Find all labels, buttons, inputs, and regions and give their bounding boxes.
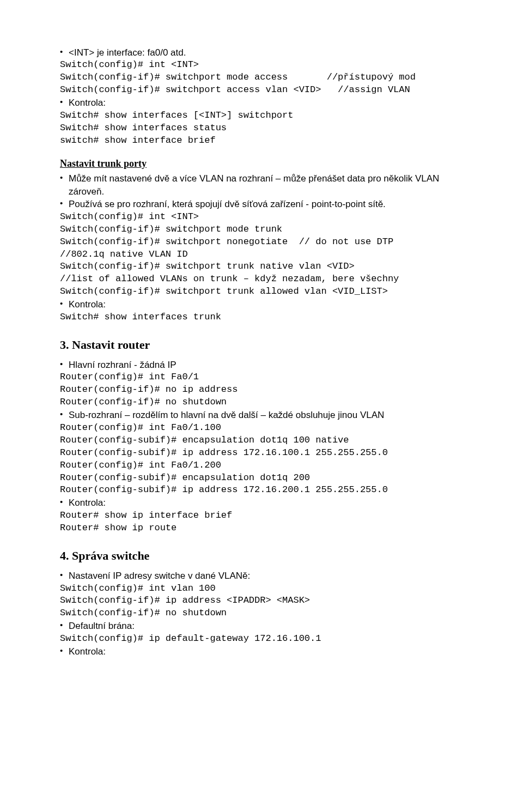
list-item: • Sub-rozhraní – rozdělím to hlavní na d… (60, 409, 471, 421)
heading-switch-management: 4. Správa switche (60, 548, 471, 564)
list-item: • Hlavní rozhraní - žádná IP (60, 359, 471, 371)
bullet-icon: • (60, 198, 69, 209)
bullet-text: Kontrola: (69, 96, 471, 109)
command-line: Switch(config)# ip default-gateway 172.1… (60, 633, 471, 645)
bullet-text: Hlavní rozhraní - žádná IP (69, 359, 471, 371)
list-item: • Kontrola: (60, 96, 471, 109)
command-line: Router(config-subif)# ip address 172.16.… (60, 447, 471, 459)
list-item: • Kontrola: (60, 298, 471, 311)
command-line: Switch(config-if)# switchport access vla… (60, 84, 471, 96)
command-line: Switch# show interfaces trunk (60, 311, 471, 324)
list-item: • Používá se pro rozhraní, která spojují… (60, 198, 471, 210)
bullet-icon: • (60, 569, 69, 581)
command-line: Switch(config-if)# switchport nonegotiat… (60, 236, 471, 249)
bullet-text: Sub-rozhraní – rozdělím to hlavní na dvě… (69, 409, 471, 421)
bullet-text: Kontrola: (69, 298, 471, 311)
command-line: Router(config)# int Fa0/1.200 (60, 459, 471, 472)
command-line: Router(config-subif)# encapsulation dot1… (60, 472, 471, 484)
command-line: Router(config-if)# no shutdown (60, 396, 471, 409)
list-item: • Nastavení IP adresy switche v dané VLA… (60, 569, 471, 582)
command-line: Router(config-subif)# encapsulation dot1… (60, 434, 471, 447)
list-item: • Kontrola: (60, 645, 471, 658)
bullet-icon: • (60, 409, 69, 420)
bullet-icon: • (60, 496, 69, 508)
command-line: Switch# show interfaces status (60, 122, 471, 135)
command-line: Switch(config-if)# switchport trunk nati… (60, 260, 471, 273)
command-line: Router(config)# int Fa0/1.100 (60, 422, 471, 434)
list-item: • Může mít nastavené dvě a více VLAN na … (60, 172, 471, 198)
bullet-icon: • (60, 620, 69, 631)
command-line: Router# show ip interface brief (60, 510, 471, 522)
command-line: Switch(config-if)# switchport trunk allo… (60, 286, 471, 298)
command-line: Router(config-subif)# ip address 172.16.… (60, 484, 471, 496)
bullet-text: Kontrola: (69, 645, 471, 658)
heading-trunk-ports: Nastavit trunk porty (60, 157, 471, 171)
command-line: Switch(config)# int <INT> (60, 211, 471, 223)
bullet-text: <INT> je interface: fa0/0 atd. (69, 46, 471, 59)
command-line: //list of allowed VLANs on trunk – když … (60, 273, 471, 286)
command-line: Switch(config-if)# no shutdown (60, 607, 471, 620)
list-item: • Kontrola: (60, 496, 471, 509)
bullet-text: Může mít nastavené dvě a více VLAN na ro… (69, 172, 471, 198)
command-line: Switch(config-if)# switchport mode trunk (60, 223, 471, 236)
bullet-icon: • (60, 359, 69, 370)
list-item: • Defaultní brána: (60, 620, 471, 632)
command-line: switch# show interface brief (60, 135, 471, 147)
command-line: Router# show ip route (60, 522, 471, 535)
bullet-text: Defaultní brána: (69, 620, 471, 632)
command-line: Switch(config-if)# ip address <IPADDR> <… (60, 595, 471, 607)
command-line: Router(config)# int Fa0/1 (60, 371, 471, 384)
bullet-icon: • (60, 298, 69, 310)
bullet-icon: • (60, 96, 69, 108)
command-line: Switch(config-if)# switchport mode acces… (60, 71, 471, 84)
command-line: Router(config-if)# no ip address (60, 384, 471, 396)
list-item: • <INT> je interface: fa0/0 atd. (60, 46, 471, 59)
command-line: Switch# show interfaces [<INT>] switchpo… (60, 110, 471, 122)
bullet-icon: • (60, 46, 69, 58)
bullet-icon: • (60, 645, 69, 657)
command-line: //802.1q native VLAN ID (60, 249, 471, 261)
command-line: Switch(config)# int vlan 100 (60, 583, 471, 595)
bullet-text: Používá se pro rozhraní, která spojují d… (69, 198, 471, 210)
command-line: Switch(config)# int <INT> (60, 59, 471, 71)
bullet-icon: • (60, 172, 69, 184)
heading-router: 3. Nastavit router (60, 337, 471, 353)
bullet-text: Nastavení IP adresy switche v dané VLANě… (69, 569, 471, 582)
bullet-text: Kontrola: (69, 496, 471, 509)
